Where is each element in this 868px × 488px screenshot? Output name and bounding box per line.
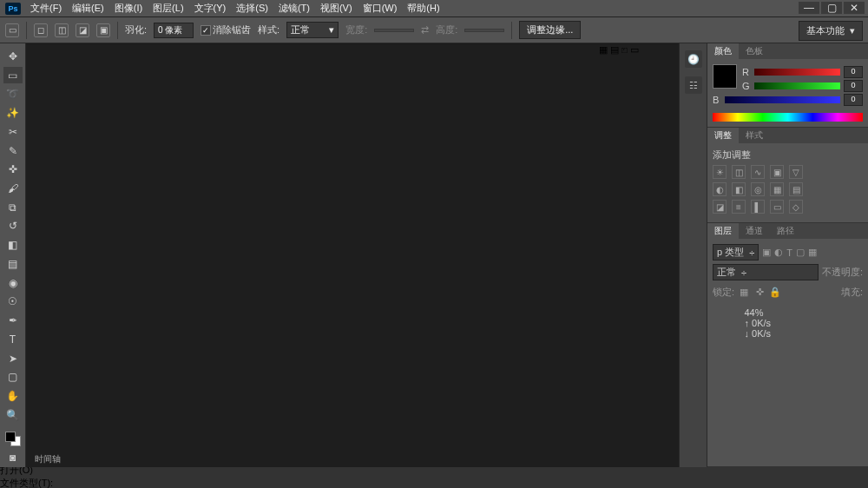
marquee-tool[interactable]: ▭ — [3, 67, 23, 84]
gradient-tool[interactable]: ▤ — [3, 255, 23, 273]
refine-edge-button[interactable]: 调整边缘... — [519, 21, 581, 39]
adj-vibrance-icon[interactable]: ▽ — [789, 165, 803, 179]
doc-extra-icon[interactable]: ▭ — [630, 44, 639, 55]
b-slider[interactable] — [725, 96, 840, 103]
lock-all-icon[interactable]: 🔒 — [769, 287, 781, 299]
hue-ramp[interactable] — [713, 113, 863, 122]
menu-help[interactable]: 帮助(H) — [403, 0, 444, 16]
menu-window[interactable]: 窗口(W) — [358, 0, 402, 16]
color-preview[interactable] — [713, 64, 737, 89]
selection-subtract-icon[interactable]: ◪ — [76, 23, 89, 37]
path-select-tool[interactable]: ➤ — [3, 350, 23, 367]
menu-layer[interactable]: 图层(L) — [148, 0, 187, 16]
doc-camera-icon[interactable]: ⏍ — [621, 44, 628, 55]
lock-position-icon[interactable]: ✜ — [753, 287, 766, 299]
feather-label: 羽化: — [125, 23, 147, 36]
adj-curves-icon[interactable]: ∿ — [751, 165, 765, 179]
history-panel-icon[interactable]: 🕘 — [685, 50, 702, 68]
adj-brightness-icon[interactable]: ☀ — [713, 165, 727, 179]
r-value[interactable]: 0 — [844, 66, 863, 78]
shape-tool[interactable]: ▢ — [3, 368, 23, 386]
fill-label: 填充: — [841, 286, 863, 299]
hand-tool[interactable]: ✋ — [3, 387, 23, 405]
selection-intersect-icon[interactable]: ▣ — [96, 23, 110, 37]
dodge-tool[interactable]: ☉ — [3, 293, 23, 311]
window-minimize[interactable]: — — [799, 2, 819, 14]
lock-label: 锁定: — [713, 286, 734, 299]
foreground-background-swatch[interactable] — [3, 430, 23, 449]
doc-arrange-icon[interactable]: ▦ — [599, 44, 608, 55]
zoom-tool[interactable]: 🔍 — [3, 406, 23, 424]
layer-filter-kind[interactable]: p 类型÷ — [713, 244, 759, 260]
adj-invert-icon[interactable]: ◪ — [713, 200, 727, 214]
g-slider[interactable] — [754, 82, 840, 89]
pen-tool[interactable]: ✒ — [3, 312, 23, 329]
tab-paths[interactable]: 路径 — [770, 223, 801, 239]
window-close[interactable]: ✕ — [844, 2, 865, 14]
crop-tool[interactable]: ✂ — [3, 123, 23, 141]
blur-tool[interactable]: ◉ — [3, 274, 23, 292]
height-input — [464, 29, 504, 32]
adj-channel-mixer-icon[interactable]: ▦ — [770, 182, 784, 196]
menu-filter[interactable]: 滤镜(T) — [274, 0, 314, 16]
eraser-tool[interactable]: ◧ — [3, 236, 23, 254]
r-slider[interactable] — [754, 69, 840, 76]
feather-input[interactable]: 0 像素 — [154, 23, 194, 38]
app-icon: Ps — [5, 3, 21, 15]
filter-shape-icon[interactable]: ▢ — [796, 247, 805, 258]
menu-image[interactable]: 图像(I) — [110, 0, 147, 16]
clone-stamp-tool[interactable]: ⧉ — [3, 199, 23, 216]
tab-color[interactable]: 颜色 — [707, 43, 739, 59]
eyedropper-tool[interactable]: ✎ — [3, 142, 23, 160]
selection-add-icon[interactable]: ◫ — [55, 23, 69, 37]
adj-hue-icon[interactable]: ◐ — [713, 182, 727, 196]
tab-adjustments[interactable]: 调整 — [707, 128, 739, 143]
quick-mask-toggle[interactable]: ◙ — [3, 449, 23, 466]
window-maximize[interactable]: ▢ — [821, 2, 842, 14]
b-value[interactable]: 0 — [844, 94, 863, 106]
history-brush-tool[interactable]: ↺ — [3, 218, 23, 235]
adj-lookup-icon[interactable]: ▤ — [789, 182, 803, 196]
workspace-switcher[interactable]: 基本功能▾ — [799, 21, 863, 41]
filter-pixel-icon[interactable]: ▣ — [762, 247, 771, 258]
healing-brush-tool[interactable]: ✜ — [3, 161, 23, 178]
menu-type[interactable]: 文字(Y) — [190, 0, 231, 16]
adj-gradient-map-icon[interactable]: ▭ — [770, 200, 784, 214]
blend-mode-select[interactable]: 正常÷ — [713, 264, 819, 280]
menu-select[interactable]: 选择(S) — [232, 0, 273, 16]
marquee-tool-preset[interactable]: ▭ — [5, 23, 19, 37]
tab-layers[interactable]: 图层 — [707, 223, 739, 239]
adj-levels-icon[interactable]: ◫ — [732, 165, 746, 179]
tab-channels[interactable]: 通道 — [739, 223, 770, 239]
g-label: G — [742, 81, 751, 91]
doc-view-icon[interactable]: ▤ — [610, 44, 619, 55]
menu-file[interactable]: 文件(F) — [26, 0, 66, 16]
lock-pixels-icon[interactable]: ▦ — [738, 287, 750, 299]
r-label: R — [742, 67, 751, 77]
g-value[interactable]: 0 — [844, 80, 863, 92]
adj-bw-icon[interactable]: ◧ — [732, 182, 746, 196]
adj-posterize-icon[interactable]: ≡ — [732, 200, 746, 214]
adj-selective-icon[interactable]: ◇ — [789, 200, 803, 214]
type-tool[interactable]: T — [3, 331, 23, 348]
adjustments-panel: 调整 样式 添加调整 ☀ ◫ ∿ ▣ ▽ ◐ ◧ ◎ ▦ ▤ — [707, 128, 868, 223]
menu-view[interactable]: 视图(V) — [316, 0, 357, 16]
move-tool[interactable]: ✥ — [3, 48, 23, 65]
tab-swatches[interactable]: 色板 — [739, 43, 770, 59]
adj-threshold-icon[interactable]: ▌ — [751, 200, 765, 214]
properties-panel-icon[interactable]: ☷ — [685, 76, 702, 94]
style-select[interactable]: 正常▾ — [286, 22, 339, 38]
filter-type-icon[interactable]: T — [786, 247, 792, 258]
adj-exposure-icon[interactable]: ▣ — [770, 165, 784, 179]
antialias-checkbox[interactable]: ✓ — [201, 25, 211, 36]
magic-wand-tool[interactable]: ✨ — [3, 104, 23, 122]
menu-edit[interactable]: 编辑(E) — [68, 0, 108, 16]
tab-styles[interactable]: 样式 — [739, 128, 770, 143]
width-input — [374, 29, 414, 32]
lasso-tool[interactable]: ➰ — [3, 85, 23, 102]
brush-tool[interactable]: 🖌 — [3, 180, 23, 197]
filter-smart-icon[interactable]: ▦ — [808, 247, 817, 258]
adj-photo-filter-icon[interactable]: ◎ — [751, 182, 765, 196]
filter-adjust-icon[interactable]: ◐ — [774, 247, 783, 258]
selection-new-icon[interactable]: ◻ — [34, 23, 48, 37]
